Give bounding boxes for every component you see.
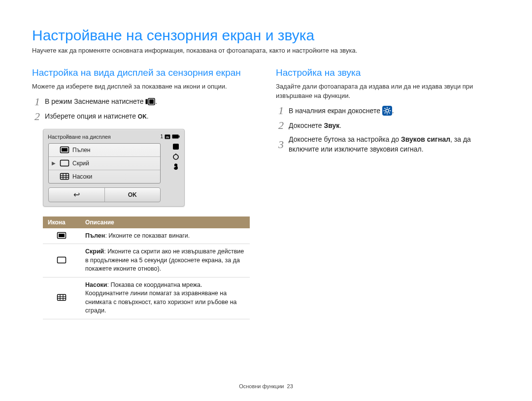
- step-text: В режим Заснемане натиснете: [45, 97, 145, 105]
- right-section-title: Настройка на звука: [276, 67, 500, 79]
- step-number: 2: [32, 111, 40, 122]
- footer-page-number: 23: [287, 383, 293, 389]
- timer-icon: [172, 153, 179, 160]
- camera-option-guidelines[interactable]: Насоки: [49, 170, 160, 183]
- camera-side-icons: [172, 143, 179, 170]
- camera-screen-title: Настройване на дисплея: [48, 134, 111, 140]
- back-arrow-icon: ↩: [73, 190, 80, 199]
- left-step-2: 2 Изберете опция и натиснете OK.: [32, 111, 256, 122]
- display-toggle-icon: [145, 98, 155, 105]
- hide-icon: [57, 256, 66, 264]
- right-step-2: 2 Докоснете Звук.: [276, 120, 500, 131]
- step-text-after: .: [339, 122, 341, 129]
- step-text-bold: Звук: [324, 122, 339, 129]
- footer-section: Основни функции: [239, 383, 284, 389]
- flash-icon: [172, 143, 179, 150]
- camera-option-hide[interactable]: ▶ Скрий: [49, 157, 160, 170]
- full-icon: [60, 146, 69, 154]
- hide-icon: [60, 159, 69, 167]
- svg-point-25: [173, 154, 178, 159]
- battery-icon: [172, 134, 180, 139]
- step-text: Изберете опция и натиснете: [45, 112, 138, 120]
- step-text: В началния екран докоснете: [289, 107, 382, 115]
- manual-page: Настройване на сензорния екран и звука Н…: [0, 0, 532, 401]
- row-name: Скрий: [85, 248, 104, 255]
- svg-rect-23: [179, 136, 180, 138]
- step-number: 3: [276, 139, 284, 150]
- row-text: : Показва се координатна мрежа. Координа…: [85, 281, 237, 314]
- option-label: Скрий: [72, 160, 89, 167]
- ok-label-icon: OK: [138, 113, 147, 121]
- hand-icon: [172, 163, 179, 170]
- step-number: 1: [276, 105, 284, 116]
- right-section-desc: Задайте дали фотоапарата да издава или д…: [276, 82, 500, 101]
- step-text-bold: Звуков сигнал: [401, 135, 450, 143]
- camera-shot-count: 1: [160, 134, 163, 139]
- selection-triangle-icon: ▶: [51, 160, 57, 166]
- th-desc: Описание: [80, 216, 250, 228]
- step-text-pre: Докоснете бутона за настройка до: [289, 135, 401, 143]
- step-number: 2: [276, 120, 284, 131]
- storage-icon: IN: [165, 134, 170, 139]
- table-row: Насоки: Показва се координатна мрежа. Ко…: [43, 277, 250, 319]
- camera-ok-button[interactable]: OK: [105, 188, 161, 202]
- right-step-3: 3 Докоснете бутона за настройка до Звуко…: [276, 135, 500, 154]
- table-row: Пълен: Иконите се показват винаги.: [43, 228, 250, 244]
- full-icon: [57, 232, 66, 239]
- camera-option-list: Пълен ▶ Скрий Насоки: [48, 143, 161, 184]
- row-text: : Иконите се показват винаги.: [105, 232, 190, 239]
- step-text-after: .: [155, 97, 157, 105]
- row-text: : Иконите са скрити ако не извършвате де…: [85, 248, 244, 272]
- th-icon: Икона: [43, 216, 80, 228]
- left-column: Настройка на вида дисплей за сензорния е…: [32, 67, 256, 319]
- option-label: Насоки: [72, 173, 92, 180]
- page-intro: Научете как да променяте основната инфор…: [32, 47, 500, 54]
- left-section-title: Настройка на вида дисплей за сензорния е…: [32, 67, 256, 79]
- grid-icon: [60, 173, 69, 180]
- page-title: Настройване на сензорния екран и звука: [32, 27, 500, 44]
- step-text-pre: Докоснете: [289, 122, 324, 129]
- option-label: Пълен: [72, 147, 90, 154]
- left-section-desc: Можете да изберете вид дисплей за показв…: [32, 82, 256, 92]
- camera-status-icons: 1 IN: [160, 134, 180, 139]
- grid-icon: [57, 294, 66, 301]
- settings-gear-icon: [382, 106, 392, 116]
- row-name: Пълен: [85, 232, 105, 239]
- icon-description-table: Икона Описание Пълен: Иконите се показва…: [43, 216, 250, 319]
- step-text-after: .: [392, 107, 394, 115]
- row-name: Насоки: [85, 281, 107, 288]
- right-step-1: 1 В началния екран докоснете .: [276, 105, 500, 116]
- camera-display-mockup: Настройване на дисплея 1 IN: [43, 129, 185, 207]
- camera-option-full[interactable]: Пълен: [49, 144, 160, 157]
- step-text-after: .: [147, 112, 149, 120]
- camera-back-button[interactable]: ↩: [49, 188, 105, 202]
- left-step-1: 1 В режим Заснемане натиснете .: [32, 96, 256, 107]
- svg-text:IN: IN: [166, 135, 169, 138]
- right-column: Настройка на звука Задайте дали фотоапар…: [276, 67, 500, 158]
- table-row: Скрий: Иконите са скрити ако не извършва…: [43, 244, 250, 278]
- svg-rect-24: [173, 144, 179, 150]
- step-number: 1: [32, 96, 40, 107]
- svg-rect-22: [172, 135, 179, 139]
- page-footer: Основни функции 23: [0, 383, 532, 389]
